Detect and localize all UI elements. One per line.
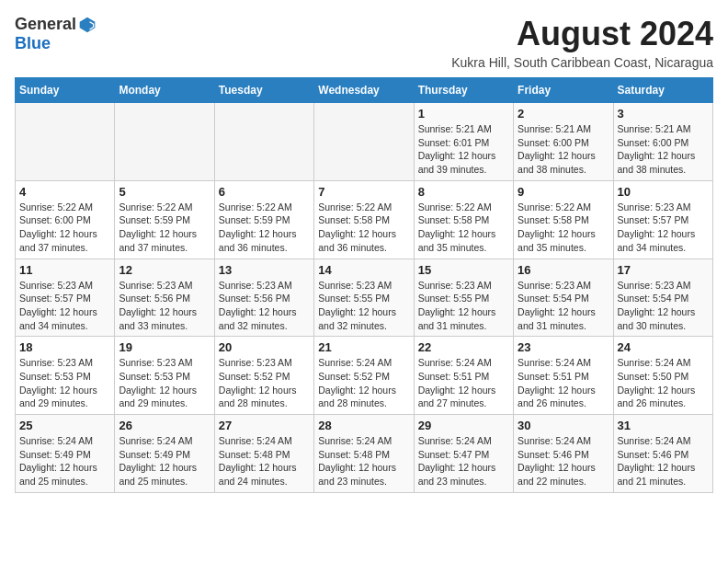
day-number: 2 xyxy=(518,107,609,121)
day-info: Sunrise: 5:23 AMSunset: 5:57 PMDaylight:… xyxy=(19,279,110,333)
calendar-cell: 10Sunrise: 5:23 AMSunset: 5:57 PMDayligh… xyxy=(613,180,712,259)
logo: General Blue xyxy=(15,15,97,53)
day-number: 10 xyxy=(618,185,709,199)
day-number: 13 xyxy=(219,263,310,277)
day-number: 19 xyxy=(119,340,210,354)
day-info: Sunrise: 5:23 AMSunset: 5:55 PMDaylight:… xyxy=(418,279,509,333)
calendar-cell: 16Sunrise: 5:23 AMSunset: 5:54 PMDayligh… xyxy=(514,259,613,337)
day-info: Sunrise: 5:24 AMSunset: 5:51 PMDaylight:… xyxy=(518,356,609,410)
header-day-monday: Monday xyxy=(115,78,214,103)
calendar-cell: 18Sunrise: 5:23 AMSunset: 5:53 PMDayligh… xyxy=(16,337,115,415)
day-info: Sunrise: 5:23 AMSunset: 5:57 PMDaylight:… xyxy=(618,201,709,255)
calendar-table: SundayMondayTuesdayWednesdayThursdayFrid… xyxy=(15,77,713,493)
day-info: Sunrise: 5:24 AMSunset: 5:51 PMDaylight:… xyxy=(418,356,509,410)
day-number: 24 xyxy=(618,340,709,354)
week-row-5: 25Sunrise: 5:24 AMSunset: 5:49 PMDayligh… xyxy=(16,415,713,493)
calendar-cell: 4Sunrise: 5:22 AMSunset: 6:00 PMDaylight… xyxy=(16,180,115,259)
day-number: 3 xyxy=(618,107,709,121)
calendar-body: 1Sunrise: 5:21 AMSunset: 6:01 PMDaylight… xyxy=(16,103,713,493)
day-info: Sunrise: 5:21 AMSunset: 6:00 PMDaylight:… xyxy=(618,122,709,177)
calendar-cell: 28Sunrise: 5:24 AMSunset: 5:48 PMDayligh… xyxy=(314,415,414,493)
calendar-cell: 2Sunrise: 5:21 AMSunset: 6:00 PMDaylight… xyxy=(514,103,613,181)
header-day-saturday: Saturday xyxy=(613,78,712,103)
month-year: August 2024 xyxy=(451,15,713,53)
day-number: 11 xyxy=(19,263,110,277)
day-info: Sunrise: 5:23 AMSunset: 5:53 PMDaylight:… xyxy=(119,356,210,410)
calendar-cell: 24Sunrise: 5:24 AMSunset: 5:50 PMDayligh… xyxy=(613,337,712,415)
page-header: General Blue August 2024 Kukra Hill, Sou… xyxy=(15,15,713,70)
day-number: 26 xyxy=(119,419,210,432)
calendar-cell: 14Sunrise: 5:23 AMSunset: 5:55 PMDayligh… xyxy=(314,259,414,337)
day-number: 4 xyxy=(19,185,110,199)
calendar-cell: 21Sunrise: 5:24 AMSunset: 5:52 PMDayligh… xyxy=(314,337,414,415)
day-number: 20 xyxy=(219,340,310,354)
calendar-cell: 1Sunrise: 5:21 AMSunset: 6:01 PMDaylight… xyxy=(414,103,513,181)
day-info: Sunrise: 5:22 AMSunset: 6:00 PMDaylight:… xyxy=(19,201,110,255)
logo-icon xyxy=(78,16,97,34)
day-info: Sunrise: 5:23 AMSunset: 5:53 PMDaylight:… xyxy=(19,356,110,410)
day-number: 31 xyxy=(618,419,709,432)
logo-blue: Blue xyxy=(15,34,51,53)
calendar-cell xyxy=(214,103,313,181)
day-number: 17 xyxy=(618,263,709,277)
calendar-cell: 12Sunrise: 5:23 AMSunset: 5:56 PMDayligh… xyxy=(115,259,214,337)
calendar-cell: 17Sunrise: 5:23 AMSunset: 5:54 PMDayligh… xyxy=(613,259,712,337)
calendar-cell: 31Sunrise: 5:24 AMSunset: 5:46 PMDayligh… xyxy=(613,415,712,493)
day-info: Sunrise: 5:23 AMSunset: 5:55 PMDaylight:… xyxy=(318,279,409,333)
calendar-cell: 26Sunrise: 5:24 AMSunset: 5:49 PMDayligh… xyxy=(115,415,214,493)
logo-general: General xyxy=(15,15,76,34)
header-row: SundayMondayTuesdayWednesdayThursdayFrid… xyxy=(16,78,713,103)
day-number: 5 xyxy=(119,185,210,199)
calendar-cell: 9Sunrise: 5:22 AMSunset: 5:58 PMDaylight… xyxy=(514,180,613,259)
day-info: Sunrise: 5:24 AMSunset: 5:46 PMDaylight:… xyxy=(618,434,709,488)
day-info: Sunrise: 5:23 AMSunset: 5:52 PMDaylight:… xyxy=(219,356,310,410)
calendar-cell: 30Sunrise: 5:24 AMSunset: 5:46 PMDayligh… xyxy=(514,415,613,493)
day-number: 27 xyxy=(219,419,310,432)
calendar-cell: 3Sunrise: 5:21 AMSunset: 6:00 PMDaylight… xyxy=(613,103,712,181)
day-number: 25 xyxy=(19,419,110,432)
day-number: 8 xyxy=(418,185,509,199)
header-day-sunday: Sunday xyxy=(16,78,115,103)
day-info: Sunrise: 5:23 AMSunset: 5:54 PMDaylight:… xyxy=(518,279,609,333)
calendar-cell: 23Sunrise: 5:24 AMSunset: 5:51 PMDayligh… xyxy=(514,337,613,415)
calendar-cell: 13Sunrise: 5:23 AMSunset: 5:56 PMDayligh… xyxy=(214,259,313,337)
calendar-cell: 20Sunrise: 5:23 AMSunset: 5:52 PMDayligh… xyxy=(214,337,313,415)
calendar-cell: 19Sunrise: 5:23 AMSunset: 5:53 PMDayligh… xyxy=(115,337,214,415)
day-info: Sunrise: 5:22 AMSunset: 5:58 PMDaylight:… xyxy=(418,201,509,255)
day-number: 12 xyxy=(119,263,210,277)
day-number: 22 xyxy=(418,340,509,354)
week-row-4: 18Sunrise: 5:23 AMSunset: 5:53 PMDayligh… xyxy=(16,337,713,415)
calendar-cell: 7Sunrise: 5:22 AMSunset: 5:58 PMDaylight… xyxy=(314,180,414,259)
day-number: 30 xyxy=(518,419,609,432)
day-info: Sunrise: 5:22 AMSunset: 5:58 PMDaylight:… xyxy=(518,201,609,255)
calendar-cell: 8Sunrise: 5:22 AMSunset: 5:58 PMDaylight… xyxy=(414,180,513,259)
week-row-1: 1Sunrise: 5:21 AMSunset: 6:01 PMDaylight… xyxy=(16,103,713,181)
day-number: 18 xyxy=(19,340,110,354)
week-row-3: 11Sunrise: 5:23 AMSunset: 5:57 PMDayligh… xyxy=(16,259,713,337)
day-number: 16 xyxy=(518,263,609,277)
day-info: Sunrise: 5:22 AMSunset: 5:59 PMDaylight:… xyxy=(119,201,210,255)
calendar-cell: 25Sunrise: 5:24 AMSunset: 5:49 PMDayligh… xyxy=(16,415,115,493)
title-block: August 2024 Kukra Hill, South Caribbean … xyxy=(451,15,713,70)
day-info: Sunrise: 5:22 AMSunset: 5:59 PMDaylight:… xyxy=(219,201,310,255)
day-number: 23 xyxy=(518,340,609,354)
day-info: Sunrise: 5:21 AMSunset: 6:00 PMDaylight:… xyxy=(518,122,609,177)
day-info: Sunrise: 5:24 AMSunset: 5:49 PMDaylight:… xyxy=(19,434,110,488)
day-info: Sunrise: 5:24 AMSunset: 5:49 PMDaylight:… xyxy=(119,434,210,488)
day-number: 7 xyxy=(318,185,409,199)
day-number: 29 xyxy=(418,419,509,432)
calendar-cell: 29Sunrise: 5:24 AMSunset: 5:47 PMDayligh… xyxy=(414,415,513,493)
day-info: Sunrise: 5:22 AMSunset: 5:58 PMDaylight:… xyxy=(318,201,409,255)
day-number: 21 xyxy=(318,340,409,354)
calendar-cell: 27Sunrise: 5:24 AMSunset: 5:48 PMDayligh… xyxy=(214,415,313,493)
day-number: 6 xyxy=(219,185,310,199)
day-info: Sunrise: 5:23 AMSunset: 5:56 PMDaylight:… xyxy=(119,279,210,333)
day-info: Sunrise: 5:24 AMSunset: 5:46 PMDaylight:… xyxy=(518,434,609,488)
day-info: Sunrise: 5:24 AMSunset: 5:52 PMDaylight:… xyxy=(318,356,409,410)
day-info: Sunrise: 5:21 AMSunset: 6:01 PMDaylight:… xyxy=(418,122,509,177)
day-number: 28 xyxy=(318,419,409,432)
day-number: 9 xyxy=(518,185,609,199)
day-number: 15 xyxy=(418,263,509,277)
week-row-2: 4Sunrise: 5:22 AMSunset: 6:00 PMDaylight… xyxy=(16,180,713,259)
calendar-cell: 5Sunrise: 5:22 AMSunset: 5:59 PMDaylight… xyxy=(115,180,214,259)
